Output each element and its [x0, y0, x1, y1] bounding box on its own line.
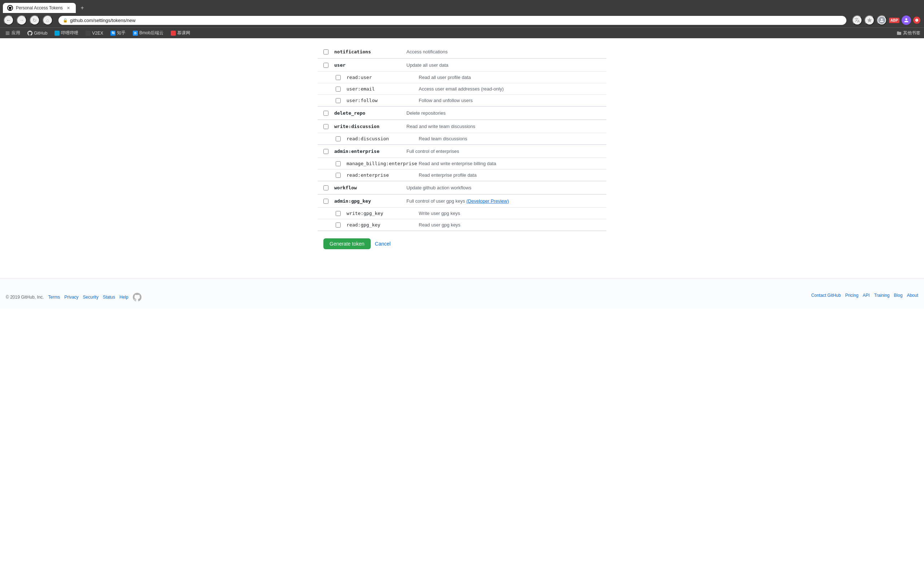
scope-row-write-gpg-key: write:gpg_key Write user gpg keys — [318, 208, 606, 219]
scope-name: read:user — [347, 75, 419, 80]
other-bookmarks[interactable]: 其他书签 — [897, 30, 921, 36]
bookmark-bmob[interactable]: B Bmob后端云 — [131, 29, 165, 37]
bookmark-bilibili-label: 哔哩哔哩 — [61, 30, 78, 36]
footer-link-contact[interactable]: Contact GitHub — [811, 293, 841, 298]
scope-name: read:gpg_key — [347, 222, 419, 227]
footer-link-status[interactable]: Status — [103, 295, 115, 300]
checkbox-col — [323, 199, 334, 204]
tab-favicon — [7, 5, 13, 11]
checkbox-col — [323, 63, 334, 68]
bookmark-github-label: GitHub — [34, 31, 47, 36]
scope-desc: Full control of enterprises — [406, 148, 601, 154]
bookmark-v2ex-label: V2EX — [92, 31, 103, 36]
other-bookmarks-label: 其他书签 — [903, 30, 921, 36]
scope-desc: Read enterprise profile data — [419, 172, 601, 178]
footer-link-blog[interactable]: Blog — [894, 293, 903, 298]
adblock-badge[interactable]: ABP — [889, 18, 900, 23]
scope-desc: Update all user data — [406, 62, 601, 68]
footer-link-help[interactable]: Help — [120, 295, 129, 300]
admin-gpg-key-checkbox[interactable] — [323, 199, 328, 204]
tab-close-button[interactable]: ✕ — [66, 5, 71, 11]
manage-billing-checkbox[interactable] — [336, 161, 341, 166]
scope-block-delete-repo: delete_repo Delete repositories — [318, 107, 606, 120]
scope-row-manage-billing: manage_billing:enterprise Read and write… — [318, 158, 606, 169]
address-bar[interactable]: 🔒 github.com/settings/tokens/new — [58, 16, 846, 25]
scope-row-user: user Update all user data — [318, 59, 606, 72]
bookmark-apps[interactable]: 应用 — [3, 29, 22, 37]
user-email-checkbox[interactable] — [336, 87, 341, 92]
scope-container: notifications Access notifications user … — [318, 38, 606, 264]
scope-block-notifications: notifications Access notifications — [318, 45, 606, 59]
generate-token-button[interactable]: Generate token — [323, 239, 371, 249]
bookmark-star-icon[interactable] — [864, 15, 874, 25]
user-follow-checkbox[interactable] — [336, 98, 341, 103]
read-discussion-checkbox[interactable] — [336, 136, 341, 141]
back-button[interactable]: ← — [3, 15, 14, 25]
footer: © 2019 GitHub, Inc. Terms Privacy Securi… — [0, 278, 924, 309]
reload-button[interactable]: ↻ — [30, 15, 40, 25]
bookmark-zhihu[interactable]: 知 知乎 — [109, 29, 127, 37]
lock-icon: 🔒 — [63, 18, 68, 23]
cancel-button[interactable]: Cancel — [375, 241, 391, 247]
footer-link-security[interactable]: Security — [83, 295, 99, 300]
scope-block-workflow: workflow Update github action workflows — [318, 181, 606, 195]
translate-icon[interactable] — [852, 15, 862, 25]
bookmark-bilibili[interactable]: 哔哩哔哩 — [53, 29, 80, 37]
scope-row-workflow: workflow Update github action workflows — [318, 181, 606, 194]
footer-link-pricing[interactable]: Pricing — [845, 293, 859, 298]
bookmark-apps-label: 应用 — [11, 30, 20, 36]
scope-name: user — [334, 62, 406, 68]
bookmark-github[interactable]: GitHub — [26, 30, 49, 36]
bookmark-bmob-label: Bmob后端云 — [139, 30, 163, 36]
footer-link-api[interactable]: API — [863, 293, 869, 298]
browser-chrome: Personal Access Tokens ✕ + ← → ↻ ⌂ 🔒 git… — [0, 0, 924, 38]
scope-desc: Write user gpg keys — [419, 211, 601, 216]
read-gpg-key-checkbox[interactable] — [336, 222, 341, 227]
notification-badge[interactable] — [913, 16, 921, 24]
active-tab[interactable]: Personal Access Tokens ✕ — [3, 3, 76, 13]
footer-link-training[interactable]: Training — [874, 293, 890, 298]
scope-desc: Full control of user gpg keys (Developer… — [406, 198, 601, 204]
scope-row-admin-enterprise: admin:enterprise Full control of enterpr… — [318, 145, 606, 158]
workflow-checkbox[interactable] — [323, 185, 328, 190]
bookmark-imooc[interactable]: 慕课网 — [169, 29, 192, 37]
nav-bar: ← → ↻ ⌂ 🔒 github.com/settings/tokens/new… — [0, 13, 924, 27]
notifications-checkbox[interactable] — [323, 49, 328, 55]
read-user-checkbox[interactable] — [336, 75, 341, 80]
checkbox-col — [336, 98, 347, 103]
browser-nav-icons: ABP — [852, 15, 921, 25]
write-discussion-checkbox[interactable] — [323, 124, 328, 129]
scope-row-read-gpg-key: read:gpg_key Read user gpg keys — [318, 219, 606, 231]
bookmark-v2ex[interactable]: V2EX — [84, 30, 105, 36]
checkbox-col — [336, 75, 347, 80]
checkbox-col — [323, 149, 334, 154]
scope-name: admin:gpg_key — [334, 198, 406, 204]
checkbox-col — [336, 136, 347, 141]
user-profile-icon[interactable] — [877, 15, 887, 25]
scope-name: notifications — [334, 49, 406, 55]
user-avatar[interactable] — [901, 16, 911, 25]
footer-link-terms[interactable]: Terms — [48, 295, 60, 300]
footer-link-privacy[interactable]: Privacy — [64, 295, 78, 300]
scope-name: read:discussion — [347, 136, 419, 141]
scope-desc: Follow and unfollow users — [419, 98, 601, 103]
admin-enterprise-checkbox[interactable] — [323, 149, 328, 154]
developer-preview-link[interactable]: (Developer Preview) — [466, 198, 509, 204]
footer-link-about[interactable]: About — [907, 293, 918, 298]
read-enterprise-checkbox[interactable] — [336, 173, 341, 178]
scope-row-read-enterprise: read:enterprise Read enterprise profile … — [318, 169, 606, 181]
bookmarks-bar: 应用 GitHub 哔哩哔哩 V2EX 知 知乎 B Bmob后端云 慕课网 其… — [0, 27, 924, 38]
home-button[interactable]: ⌂ — [43, 15, 53, 25]
scope-desc: Read user gpg keys — [419, 222, 601, 227]
scope-name: admin:enterprise — [334, 148, 406, 154]
scope-name: workflow — [334, 185, 406, 190]
url-text: github.com/settings/tokens/new — [70, 18, 842, 23]
write-gpg-key-checkbox[interactable] — [336, 211, 341, 216]
scope-row-delete-repo: delete_repo Delete repositories — [318, 107, 606, 120]
new-tab-button[interactable]: + — [77, 3, 87, 13]
user-checkbox[interactable] — [323, 63, 328, 68]
scope-block-admin-enterprise: admin:enterprise Full control of enterpr… — [318, 145, 606, 181]
forward-button[interactable]: → — [16, 15, 27, 25]
delete-repo-checkbox[interactable] — [323, 111, 328, 116]
checkbox-col — [336, 211, 347, 216]
